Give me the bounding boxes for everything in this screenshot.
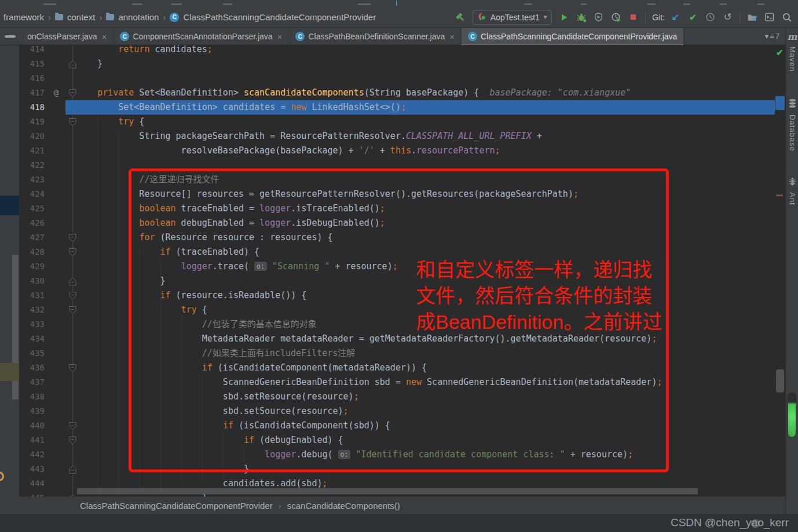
tool-window-button-ant[interactable]: Ant [786, 177, 798, 206]
stop-button[interactable] [628, 12, 639, 23]
line-number[interactable]: 434 [19, 332, 45, 346]
breadcrumb-item[interactable]: context [67, 12, 95, 22]
line-number[interactable]: 414 [19, 45, 45, 57]
code-line[interactable]: 421 resolveBasePackage(basePackage) + '/… [19, 144, 775, 158]
fold-marker-icon[interactable] [69, 363, 76, 372]
code-line[interactable]: 417@ private Set<BeanDefinition> scanCan… [19, 86, 775, 100]
line-number[interactable]: 439 [19, 404, 45, 419]
rollback-button[interactable]: ↺ [722, 12, 733, 23]
project-structure-icon[interactable] [746, 12, 757, 23]
line-number[interactable]: 429 [19, 259, 45, 274]
fold-marker-icon[interactable] [69, 291, 76, 300]
line-number[interactable]: 443 [19, 462, 45, 476]
line-number[interactable]: 426 [19, 216, 45, 230]
breadcrumb-item[interactable]: ClassPathScanningCandidateComponentProvi… [183, 12, 376, 22]
run-coverage-button[interactable] [593, 12, 604, 23]
error-stripe[interactable]: ✔ [775, 45, 785, 497]
minimize-icon[interactable] [5, 35, 16, 38]
line-number[interactable]: 431 [19, 288, 45, 303]
profiler-button[interactable] [610, 12, 621, 23]
annotation-gutter-icon[interactable]: @ [51, 86, 61, 100]
line-number[interactable]: 424 [19, 187, 45, 201]
breadcrumb-method[interactable]: scanCandidateComponents() [287, 501, 400, 511]
indent-guide [97, 118, 98, 494]
code-line[interactable]: 420 String packageSearchPath = ResourceP… [19, 129, 775, 144]
fold-marker-icon[interactable] [69, 421, 76, 430]
annotation-text-line: 和自定义标签一样，递归找 [416, 257, 662, 283]
run-config-selector[interactable]: AopTest.test1 ▾ [473, 10, 552, 25]
run-button[interactable] [558, 12, 569, 23]
line-number[interactable]: 423 [19, 173, 45, 187]
fold-marker-icon[interactable] [69, 464, 76, 474]
fold-marker-icon[interactable] [69, 276, 76, 285]
left-strip-badge [0, 472, 4, 481]
git-update-button[interactable]: ↙ [670, 12, 681, 23]
close-icon[interactable]: × [102, 32, 107, 42]
code-line[interactable]: 414 return candidates; [19, 45, 775, 57]
code-line[interactable]: 418 Set<BeanDefinition> candidates = new… [19, 100, 775, 115]
line-number[interactable]: 430 [19, 274, 45, 288]
fold-marker-icon[interactable] [69, 233, 76, 242]
code-text: String packageSearchPath = ResourcePatte… [76, 129, 542, 144]
debug-button[interactable] [576, 12, 587, 23]
close-icon[interactable]: × [277, 32, 283, 42]
fold-marker-icon[interactable] [69, 435, 76, 445]
line-number[interactable]: 442 [19, 447, 45, 462]
editor-tab[interactable]: onClassParser.java× [21, 28, 114, 45]
watermark: CSDN @chen_yao_kerr [671, 516, 789, 529]
line-number[interactable]: 416 [19, 71, 45, 86]
editor-tab[interactable]: CClassPathBeanDefinitionScanner.java× [289, 28, 462, 45]
ant-icon [788, 177, 797, 188]
line-number[interactable]: 419 [19, 115, 45, 129]
line-number[interactable]: 427 [19, 230, 45, 245]
vertical-scrollbar-thumb[interactable] [776, 369, 784, 392]
fold-marker-icon[interactable] [69, 305, 76, 314]
fold-marker-icon[interactable] [69, 117, 76, 126]
horizontal-scrollbar[interactable] [77, 488, 698, 494]
line-number[interactable]: 432 [19, 303, 45, 317]
git-label: Git: [652, 13, 665, 22]
line-number[interactable]: 437 [19, 375, 45, 390]
stripe-warning-marker[interactable] [776, 195, 783, 196]
fold-marker-icon[interactable] [69, 247, 76, 256]
run-anything-terminal-icon[interactable] [764, 12, 775, 23]
code-line[interactable]: 419 try { [19, 115, 775, 129]
git-commit-button[interactable]: ✔ [687, 12, 698, 23]
fold-marker-icon[interactable] [69, 88, 76, 97]
build-hammer-icon[interactable] [455, 12, 466, 23]
fold-marker-icon[interactable] [69, 59, 76, 68]
line-number[interactable]: 425 [19, 201, 45, 216]
line-number[interactable]: 438 [19, 390, 45, 404]
editor-tab[interactable]: CComponentScanAnnotationParser.java× [114, 28, 289, 45]
line-number[interactable]: 445 [19, 491, 45, 497]
tool-window-button-maven[interactable]: mMaven [786, 32, 798, 72]
line-number[interactable]: 441 [19, 433, 45, 447]
hidden-tabs-button[interactable]: ▾ ≡ 7 [765, 32, 779, 41]
line-number[interactable]: 417 [19, 86, 45, 100]
close-icon[interactable]: × [449, 32, 455, 42]
line-number[interactable]: 428 [19, 245, 45, 259]
line-number[interactable]: 420 [19, 129, 45, 144]
line-number[interactable]: 421 [19, 144, 45, 158]
line-number[interactable]: 415 [19, 57, 45, 71]
line-number[interactable]: 422 [19, 158, 45, 173]
editor-tab[interactable]: CClassPathScanningCandidateComponentProv… [462, 28, 684, 45]
history-clock-icon[interactable] [705, 12, 716, 23]
line-number[interactable]: 433 [19, 317, 45, 332]
line-number[interactable]: 436 [19, 361, 45, 375]
breadcrumb-item[interactable]: annotation [118, 12, 159, 22]
line-number[interactable]: 435 [19, 346, 45, 361]
line-number[interactable]: 440 [19, 419, 45, 433]
code-line[interactable]: 415 } [19, 57, 775, 71]
tool-window-button-database[interactable]: Database [786, 98, 798, 152]
breadcrumb-item[interactable]: framework [3, 12, 44, 22]
breadcrumb-class[interactable]: ClassPathScanningCandidateComponentProvi… [80, 501, 273, 511]
search-everywhere-icon[interactable] [781, 12, 792, 23]
tab-label: ClassPathScanningCandidateComponentProvi… [481, 32, 677, 41]
line-number[interactable]: 418 [19, 100, 45, 115]
line-number[interactable]: 444 [19, 476, 45, 491]
caret-position-marker[interactable] [775, 96, 785, 110]
class-icon: C [120, 32, 129, 41]
code-line[interactable]: 416 [19, 71, 775, 86]
code-editor[interactable]: 414 return candidates;415 }416417@ priva… [19, 45, 775, 497]
